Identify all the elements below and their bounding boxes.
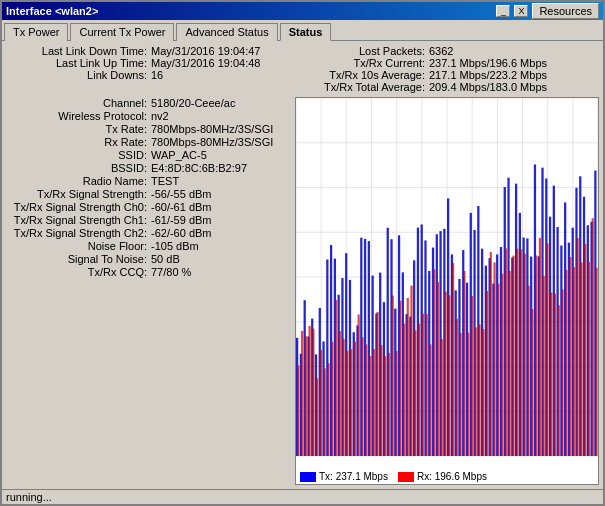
window-title: Interface <wlan2>	[6, 5, 98, 17]
link-downs-value: 16	[151, 69, 163, 81]
tab-current-tx-power[interactable]: Current Tx Power	[70, 23, 174, 41]
radio-name-value: TEST	[151, 175, 179, 187]
packet-stats-panel: Lost Packets: 6362 Tx/Rx Current: 237.1 …	[299, 45, 599, 93]
ssid-row: SSID: WAP_AC-5	[6, 149, 291, 161]
link-downs-row: Link Downs: 16	[6, 69, 291, 81]
wireless-protocol-value: nv2	[151, 110, 169, 122]
noise-floor-value: -105 dBm	[151, 240, 199, 252]
status-text: running...	[6, 491, 52, 503]
tx-rx-signal-ch2-row: Tx/Rx Signal Strength Ch2: -62/-60 dBm	[6, 227, 291, 239]
tx-rx-signal-ch1-value: -61/-59 dBm	[151, 214, 212, 226]
lost-packets-value: 6362	[429, 45, 453, 57]
tx-legend-label: Tx: 237.1 Mbps	[319, 471, 388, 482]
bssid-row: BSSID: E4:8D:8C:6B:B2:97	[6, 162, 291, 174]
wireless-protocol-row: Wireless Protocol: nv2	[6, 110, 291, 122]
tx-rx-signal-ch0-label: Tx/Rx Signal Strength Ch0:	[6, 201, 151, 213]
rx-legend-label: Rx: 196.6 Mbps	[417, 471, 487, 482]
signal-to-noise-label: Signal To Noise:	[6, 253, 151, 265]
link-downs-label: Link Downs:	[6, 69, 151, 81]
tx-rx-signal-row: Tx/Rx Signal Strength: -56/-55 dBm	[6, 188, 291, 200]
radio-name-label: Radio Name:	[6, 175, 151, 187]
link-info-panel: Last Link Down Time: May/31/2016 19:04:4…	[6, 45, 291, 93]
rx-legend-item: Rx: 196.6 Mbps	[398, 471, 487, 482]
tx-rx-signal-value: -56/-55 dBm	[151, 188, 212, 200]
chart-canvas	[296, 98, 598, 484]
rx-rate-row: Rx Rate: 780Mbps-80MHz/3S/SGI	[6, 136, 291, 148]
tx-rx-signal-ch1-row: Tx/Rx Signal Strength Ch1: -61/-59 dBm	[6, 214, 291, 226]
tab-advanced-status[interactable]: Advanced Status	[176, 23, 277, 41]
tx-rx-current-label: Tx/Rx Current:	[299, 57, 429, 69]
tx-rx-total-value: 209.4 Mbps/183.0 Mbps	[429, 81, 547, 93]
radio-name-row: Radio Name: TEST	[6, 175, 291, 187]
tx-legend-box	[300, 472, 316, 482]
lost-packets-row: Lost Packets: 6362	[299, 45, 599, 57]
last-link-up-label: Last Link Up Time:	[6, 57, 151, 69]
resources-button[interactable]: Resources	[532, 3, 599, 19]
tx-rx-ccq-value: 77/80 %	[151, 266, 191, 278]
bssid-label: BSSID:	[6, 162, 151, 174]
rx-legend-box	[398, 472, 414, 482]
content-area: Last Link Down Time: May/31/2016 19:04:4…	[2, 41, 603, 489]
noise-floor-row: Noise Floor: -105 dBm	[6, 240, 291, 252]
tx-rate-label: Tx Rate:	[6, 123, 151, 135]
tx-rx-ccq-row: Tx/Rx CCQ: 77/80 %	[6, 266, 291, 278]
tx-legend-item: Tx: 237.1 Mbps	[300, 471, 388, 482]
tx-rx-10s-row: Tx/Rx 10s Average: 217.1 Mbps/223.2 Mbps	[299, 69, 599, 81]
lost-packets-label: Lost Packets:	[299, 45, 429, 57]
tab-status[interactable]: Status	[280, 23, 332, 41]
tx-rate-value: 780Mbps-80MHz/3S/SGI	[151, 123, 273, 135]
chart-legend: Tx: 237.1 Mbps Rx: 196.6 Mbps	[300, 471, 487, 482]
rx-rate-value: 780Mbps-80MHz/3S/SGI	[151, 136, 273, 148]
radio-info-panel: Channel: 5180/20-Ceee/ac Wireless Protoc…	[6, 97, 291, 485]
tx-rx-signal-ch1-label: Tx/Rx Signal Strength Ch1:	[6, 214, 151, 226]
tx-rx-signal-ch0-row: Tx/Rx Signal Strength Ch0: -60/-61 dBm	[6, 201, 291, 213]
wireless-protocol-label: Wireless Protocol:	[6, 110, 151, 122]
tx-rx-total-label: Tx/Rx Total Average:	[299, 81, 429, 93]
tx-rx-current-row: Tx/Rx Current: 237.1 Mbps/196.6 Mbps	[299, 57, 599, 69]
bssid-value: E4:8D:8C:6B:B2:97	[151, 162, 247, 174]
tx-rx-signal-ch2-label: Tx/Rx Signal Strength Ch2:	[6, 227, 151, 239]
main-window: Interface <wlan2> _ X Resources Tx Power…	[0, 0, 605, 506]
channel-value: 5180/20-Ceee/ac	[151, 97, 235, 109]
tx-rx-signal-ch0-value: -60/-61 dBm	[151, 201, 212, 213]
tx-rx-10s-label: Tx/Rx 10s Average:	[299, 69, 429, 81]
tx-rx-signal-label: Tx/Rx Signal Strength:	[6, 188, 151, 200]
last-link-down-row: Last Link Down Time: May/31/2016 19:04:4…	[6, 45, 291, 57]
signal-to-noise-value: 50 dB	[151, 253, 180, 265]
close-button[interactable]: X	[514, 5, 528, 17]
tab-bar: Tx Power Current Tx Power Advanced Statu…	[2, 20, 603, 41]
last-link-up-row: Last Link Up Time: May/31/2016 19:04:48	[6, 57, 291, 69]
chart-container: Tx: 237.1 Mbps Rx: 196.6 Mbps	[295, 97, 599, 485]
channel-label: Channel:	[6, 97, 151, 109]
tab-tx-power[interactable]: Tx Power	[4, 23, 68, 41]
ssid-value: WAP_AC-5	[151, 149, 207, 161]
tx-rx-10s-value: 217.1 Mbps/223.2 Mbps	[429, 69, 547, 81]
tx-rate-row: Tx Rate: 780Mbps-80MHz/3S/SGI	[6, 123, 291, 135]
status-bar: running...	[2, 489, 603, 504]
tx-rx-current-value: 237.1 Mbps/196.6 Mbps	[429, 57, 547, 69]
title-bar: Interface <wlan2> _ X Resources	[2, 2, 603, 20]
channel-row: Channel: 5180/20-Ceee/ac	[6, 97, 291, 109]
tx-rx-signal-ch2-value: -62/-60 dBm	[151, 227, 212, 239]
signal-to-noise-row: Signal To Noise: 50 dB	[6, 253, 291, 265]
last-link-down-value: May/31/2016 19:04:47	[151, 45, 260, 57]
tx-rx-ccq-label: Tx/Rx CCQ:	[6, 266, 151, 278]
noise-floor-label: Noise Floor:	[6, 240, 151, 252]
last-link-down-label: Last Link Down Time:	[6, 45, 151, 57]
minimize-button[interactable]: _	[496, 5, 510, 17]
rx-rate-label: Rx Rate:	[6, 136, 151, 148]
ssid-label: SSID:	[6, 149, 151, 161]
tx-rx-total-row: Tx/Rx Total Average: 209.4 Mbps/183.0 Mb…	[299, 81, 599, 93]
last-link-up-value: May/31/2016 19:04:48	[151, 57, 260, 69]
